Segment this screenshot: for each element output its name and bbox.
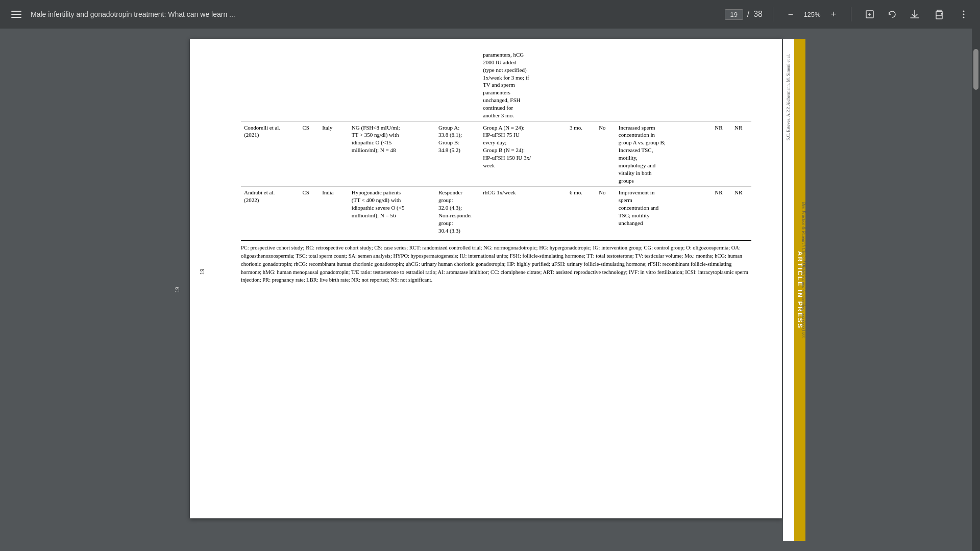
- table-cell-dose: Group A:33.8 (6.1);Group B:34.8 (5.2): [435, 121, 480, 187]
- table-cell-duration: 3 mo.: [567, 121, 596, 187]
- table-cell-pr: [712, 49, 731, 121]
- table-cell-pr: NR: [712, 121, 731, 187]
- zoom-level: 125%: [801, 11, 823, 18]
- footnotes-text: PC: prospective cohort study; RC: retros…: [241, 245, 748, 283]
- table-cell-study-type: [299, 49, 319, 121]
- table-cell-treatment: paramenters, hCG2000 IU added(type not s…: [480, 49, 567, 121]
- main-content: 19 19: [0, 29, 980, 551]
- rotate-button[interactable]: [884, 6, 900, 22]
- page-number-label: 19: [175, 287, 180, 292]
- toolbar-divider: [773, 7, 773, 21]
- document-title: Male infertility and gonadotropin treatm…: [31, 10, 719, 18]
- zoom-out-icon: −: [788, 9, 794, 20]
- table-row: Condorelli et al.(2021) CS Italy NG (FSH…: [241, 121, 751, 187]
- author-strip: S.C. Esteves, A.P.P. Aichermann, M. Simo…: [783, 39, 794, 541]
- pdf-page-wrapper: 19 19: [190, 39, 782, 541]
- print-button[interactable]: [931, 6, 947, 22]
- table-cell-country: Italy: [319, 121, 349, 187]
- table-cell-dose: Respondergroup:32.0 (4.3);Non-responderg…: [435, 187, 480, 237]
- table-cell-treatment: Group A (N = 24):HP-uFSH 75 IUevery day;…: [480, 121, 567, 187]
- table-cell-lbr: [731, 49, 751, 121]
- svg-point-10: [963, 14, 965, 15]
- table-cell-author: Condorelli et al.(2021): [241, 121, 299, 187]
- data-table: paramenters, hCG2000 IU added(type not s…: [241, 49, 751, 236]
- table-cell-country: [319, 49, 349, 121]
- table-cell-study-type: CS: [299, 121, 319, 187]
- svg-rect-0: [11, 11, 21, 12]
- rotate-icon: [887, 9, 897, 19]
- svg-rect-1: [11, 14, 21, 15]
- download-button[interactable]: [906, 6, 923, 22]
- toolbar-right-actions: [906, 6, 972, 22]
- zoom-out-button[interactable]: −: [783, 7, 798, 21]
- toolbar: Male infertility and gonadotropin treatm…: [0, 0, 980, 29]
- table-cell-lbr: NR: [731, 121, 751, 187]
- author-strip-text: S.C. Esteves, A.P.P. Aichermann, M. Simo…: [786, 54, 791, 141]
- zoom-in-button[interactable]: +: [826, 7, 841, 21]
- download-icon: [909, 9, 920, 20]
- table-cell-country: India: [319, 187, 349, 237]
- svg-rect-2: [11, 17, 21, 18]
- table-cell-duration: 6 mo.: [567, 187, 596, 237]
- print-icon: [934, 9, 945, 20]
- table-cell-treatment: rhCG 1x/week: [480, 187, 567, 237]
- footnotes: PC: prospective cohort study; RC: retros…: [241, 240, 751, 284]
- page-margin-number: 19: [199, 269, 206, 274]
- zoom-in-icon: +: [831, 9, 837, 20]
- table-row: paramenters, hCG2000 IU added(type not s…: [241, 49, 751, 121]
- svg-rect-7: [937, 10, 941, 12]
- menu-button[interactable]: [8, 6, 24, 22]
- table-cell-outcomes: [616, 49, 712, 121]
- table-cell-duration: [567, 49, 596, 121]
- table-row: Andrabi et al.(2022) CS India Hypogonadi…: [241, 187, 751, 237]
- table-cell-placebo: No: [596, 187, 616, 237]
- fit-page-icon: [865, 9, 875, 19]
- page-number-input[interactable]: [725, 9, 743, 20]
- svg-point-11: [963, 17, 965, 18]
- table-cell-placebo: No: [596, 121, 616, 187]
- table-cell-study-type: CS: [299, 187, 319, 237]
- table-cell-author: [241, 49, 299, 121]
- scrollbar-thumb[interactable]: [973, 49, 978, 90]
- treatment-continuation-text: paramenters, hCG2000 IU added(type not s…: [483, 52, 529, 118]
- table-cell-placebo: [596, 49, 616, 121]
- table-cell-population: Hypogonadic patients(TT < 400 ng/dl) wit…: [349, 187, 435, 237]
- table-cell-population: NG (FSH<8 mIU/ml;TT > 350 ng/dl) withidi…: [349, 121, 435, 187]
- page-separator: /: [747, 10, 749, 19]
- more-options-icon: [958, 9, 969, 20]
- svg-point-8: [941, 13, 942, 14]
- table-cell-population: [349, 49, 435, 121]
- table-cell-outcomes: Improvement inspermconcentration andTSC;…: [616, 187, 712, 237]
- page-total: 38: [753, 10, 763, 19]
- page-controls: / 38: [725, 9, 763, 20]
- table-cell-dose: [435, 49, 480, 121]
- journal-strip: Best Practice & Research Clinical Obstet…: [801, 202, 806, 340]
- table-cell-outcomes: Increased spermconcentration ingroup A v…: [616, 121, 712, 187]
- scrollbar[interactable]: [972, 29, 980, 551]
- menu-icon: [11, 9, 21, 19]
- toolbar-divider-2: [851, 7, 851, 21]
- more-options-button[interactable]: [955, 6, 972, 22]
- table-cell-lbr: NR: [731, 187, 751, 237]
- table-cell-author: Andrabi et al.(2022): [241, 187, 299, 237]
- pdf-scroll-area[interactable]: 19 19: [0, 29, 972, 551]
- table-cell-pr: NR: [712, 187, 731, 237]
- pdf-page: 19 paramenters, hCG2000 IU added(type: [190, 39, 782, 518]
- fit-page-button[interactable]: [862, 6, 878, 22]
- svg-rect-6: [936, 15, 942, 19]
- svg-point-9: [963, 11, 965, 12]
- zoom-controls: − 125% +: [783, 7, 841, 21]
